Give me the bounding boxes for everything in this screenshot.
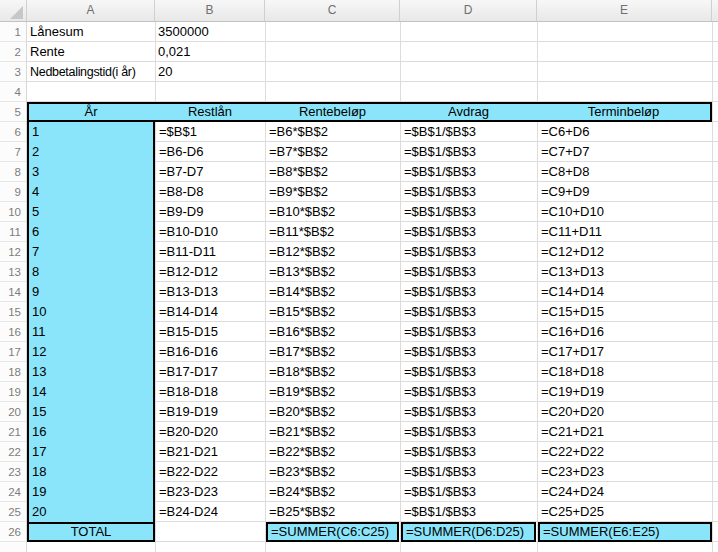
formula-cell-avdrag[interactable]: =$B$1/$B$3 <box>400 322 537 342</box>
formula-cell-rentebelop[interactable]: =B21*$B$2 <box>265 422 400 442</box>
formula-cell-rentebelop[interactable]: =B13*$B$2 <box>265 262 400 282</box>
row-number[interactable]: 2 <box>0 42 26 62</box>
formula-cell-terminbelop[interactable]: =C21+D21 <box>537 422 712 442</box>
formula-cell-terminbelop[interactable]: =C17+D17 <box>537 342 712 362</box>
formula-cell-rentebelop[interactable]: =B23*$B$2 <box>265 462 400 482</box>
year-cell[interactable]: 2 <box>29 142 153 162</box>
year-cell[interactable]: 18 <box>29 462 153 482</box>
formula-cell-avdrag[interactable]: =$B$1/$B$3 <box>400 242 537 262</box>
total-rentebelop-cell[interactable]: =SUMMER(C6:C25) <box>266 522 399 542</box>
formula-cell-restlan[interactable]: =$B$1 <box>155 122 265 142</box>
formula-cell-terminbelop[interactable]: =C16+D16 <box>537 322 712 342</box>
header-restlan[interactable]: Restlån <box>155 104 265 120</box>
formula-cell-restlan[interactable]: =B14-D14 <box>155 302 265 322</box>
year-cell[interactable]: 20 <box>29 502 153 522</box>
formula-cell-avdrag[interactable]: =$B$1/$B$3 <box>400 482 537 502</box>
formula-cell-rentebelop[interactable]: =B16*$B$2 <box>265 322 400 342</box>
formula-cell-terminbelop[interactable]: =C9+D9 <box>537 182 712 202</box>
year-cell[interactable]: 10 <box>29 302 153 322</box>
formula-cell-terminbelop[interactable]: =C20+D20 <box>537 402 712 422</box>
year-cell[interactable]: 15 <box>29 402 153 422</box>
formula-cell-restlan[interactable]: =B17-D17 <box>155 362 265 382</box>
row-number[interactable]: 13 <box>0 262 26 282</box>
row-number[interactable]: 5 <box>0 102 26 122</box>
row-number[interactable]: 22 <box>0 442 26 462</box>
header-ar[interactable]: År <box>29 104 153 120</box>
formula-cell-avdrag[interactable]: =$B$1/$B$3 <box>400 222 537 242</box>
year-cell[interactable]: 8 <box>29 262 153 282</box>
row-number[interactable]: 11 <box>0 222 26 242</box>
formula-cell-restlan[interactable]: =B20-D20 <box>155 422 265 442</box>
row-number[interactable]: 23 <box>0 462 26 482</box>
formula-cell-restlan[interactable]: =B19-D19 <box>155 402 265 422</box>
formula-cell-terminbelop[interactable]: =C23+D23 <box>537 462 712 482</box>
row-number[interactable]: 26 <box>0 522 26 542</box>
formula-cell-restlan[interactable]: =B22-D22 <box>155 462 265 482</box>
year-cell[interactable]: 4 <box>29 182 153 202</box>
year-cell[interactable]: 9 <box>29 282 153 302</box>
formula-cell-rentebelop[interactable]: =B12*$B$2 <box>265 242 400 262</box>
formula-cell-terminbelop[interactable]: =C11+D11 <box>537 222 712 242</box>
row-number[interactable]: 24 <box>0 482 26 502</box>
formula-cell-avdrag[interactable]: =$B$1/$B$3 <box>400 462 537 482</box>
row-number[interactable]: 21 <box>0 422 26 442</box>
formula-cell-restlan[interactable]: =B15-D15 <box>155 322 265 342</box>
row-number[interactable]: 17 <box>0 342 26 362</box>
year-cell[interactable]: 7 <box>29 242 153 262</box>
formula-cell-avdrag[interactable]: =$B$1/$B$3 <box>400 202 537 222</box>
cell-b2-value[interactable]: 0,021 <box>155 42 265 62</box>
year-cell[interactable]: 3 <box>29 162 153 182</box>
formula-cell-restlan[interactable]: =B6-D6 <box>155 142 265 162</box>
column-header-e[interactable]: E <box>537 0 712 21</box>
formula-cell-rentebelop[interactable]: =B14*$B$2 <box>265 282 400 302</box>
formula-cell-terminbelop[interactable]: =C15+D15 <box>537 302 712 322</box>
formula-cell-restlan[interactable]: =B12-D12 <box>155 262 265 282</box>
row-number[interactable]: 3 <box>0 62 26 82</box>
formula-cell-avdrag[interactable]: =$B$1/$B$3 <box>400 422 537 442</box>
cell-a3-label[interactable]: Nedbetalingstid(i år) <box>27 62 155 82</box>
formula-cell-avdrag[interactable]: =$B$1/$B$3 <box>400 502 537 522</box>
formula-cell-restlan[interactable]: =B7-D7 <box>155 162 265 182</box>
row-number[interactable]: 4 <box>0 82 26 102</box>
cell-b3-value[interactable]: 20 <box>155 62 265 82</box>
formula-cell-restlan[interactable]: =B9-D9 <box>155 202 265 222</box>
select-all-corner[interactable] <box>0 0 27 21</box>
year-cell[interactable]: 1 <box>29 122 153 142</box>
formula-cell-avdrag[interactable]: =$B$1/$B$3 <box>400 442 537 462</box>
row-number[interactable]: 25 <box>0 502 26 522</box>
formula-cell-rentebelop[interactable]: =B18*$B$2 <box>265 362 400 382</box>
header-rentebelop[interactable]: Rentebeløp <box>265 104 400 120</box>
cell-a1-label[interactable]: Lånesum <box>27 22 155 42</box>
row-number[interactable]: 12 <box>0 242 26 262</box>
row-number[interactable]: 15 <box>0 302 26 322</box>
formula-cell-avdrag[interactable]: =$B$1/$B$3 <box>400 382 537 402</box>
year-cell[interactable]: 6 <box>29 222 153 242</box>
total-label-cell[interactable]: TOTAL <box>27 522 155 542</box>
column-header-c[interactable]: C <box>265 0 400 21</box>
formula-cell-avdrag[interactable]: =$B$1/$B$3 <box>400 302 537 322</box>
formula-cell-rentebelop[interactable]: =B20*$B$2 <box>265 402 400 422</box>
row-number[interactable]: 14 <box>0 282 26 302</box>
formula-cell-terminbelop[interactable]: =C25+D25 <box>537 502 712 522</box>
formula-cell-terminbelop[interactable]: =C6+D6 <box>537 122 712 142</box>
formula-cell-terminbelop[interactable]: =C22+D22 <box>537 442 712 462</box>
column-header-b[interactable]: B <box>155 0 265 21</box>
formula-cell-avdrag[interactable]: =$B$1/$B$3 <box>400 342 537 362</box>
formula-cell-terminbelop[interactable]: =C8+D8 <box>537 162 712 182</box>
formula-cell-terminbelop[interactable]: =C18+D18 <box>537 362 712 382</box>
row-number[interactable]: 6 <box>0 122 26 142</box>
year-cell[interactable]: 14 <box>29 382 153 402</box>
formula-cell-rentebelop[interactable]: =B11*$B$2 <box>265 222 400 242</box>
formula-cell-avdrag[interactable]: =$B$1/$B$3 <box>400 142 537 162</box>
row-number[interactable]: 9 <box>0 182 26 202</box>
formula-cell-avdrag[interactable]: =$B$1/$B$3 <box>400 122 537 142</box>
cell-a2-label[interactable]: Rente <box>27 42 155 62</box>
row-number[interactable]: 20 <box>0 402 26 422</box>
formula-cell-terminbelop[interactable]: =C10+D10 <box>537 202 712 222</box>
total-avdrag-cell[interactable]: =SUMMER(D6:D25) <box>401 522 536 542</box>
total-terminbelop-cell[interactable]: =SUMMER(E6:E25) <box>538 522 712 542</box>
row-number[interactable]: 18 <box>0 362 26 382</box>
formula-cell-restlan[interactable]: =B18-D18 <box>155 382 265 402</box>
formula-cell-terminbelop[interactable]: =C24+D24 <box>537 482 712 502</box>
row-number[interactable]: 8 <box>0 162 26 182</box>
